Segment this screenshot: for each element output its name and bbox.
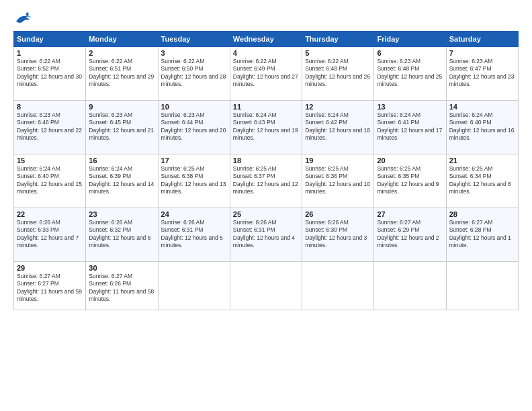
calendar-day: 13Sunrise: 6:24 AMSunset: 6:41 PMDayligh… [374,101,446,154]
calendar-day: 17Sunrise: 6:25 AMSunset: 6:38 PMDayligh… [158,154,230,208]
calendar-day: 11Sunrise: 6:24 AMSunset: 6:43 PMDayligh… [230,101,302,154]
header [13,11,519,26]
weekday-header: Tuesday [158,32,230,47]
weekday-header: Wednesday [230,32,302,47]
page: SundayMondayTuesdayWednesdayThursdayFrid… [0,0,532,411]
day-info: Sunrise: 6:25 AMSunset: 6:34 PMDaylight:… [449,165,515,196]
day-info: Sunrise: 6:27 AMSunset: 6:29 PMDaylight:… [377,219,443,250]
calendar-body: 1Sunrise: 6:22 AMSunset: 6:52 PMDaylight… [14,47,519,310]
day-number: 14 [449,103,515,111]
calendar-week-row: 15Sunrise: 6:24 AMSunset: 6:40 PMDayligh… [14,154,519,208]
day-info: Sunrise: 6:26 AMSunset: 6:32 PMDaylight:… [89,219,154,250]
day-info: Sunrise: 6:23 AMSunset: 6:48 PMDaylight:… [377,58,443,89]
calendar-day: 5Sunrise: 6:22 AMSunset: 6:48 PMDaylight… [302,47,374,101]
day-number: 29 [17,264,83,272]
calendar-day [230,262,302,310]
calendar-day: 8Sunrise: 6:23 AMSunset: 6:46 PMDaylight… [14,101,86,154]
day-number: 9 [89,103,154,111]
day-info: Sunrise: 6:26 AMSunset: 6:33 PMDaylight:… [17,219,83,250]
day-info: Sunrise: 6:27 AMSunset: 6:27 PMDaylight:… [17,273,83,304]
day-number: 19 [305,156,371,165]
day-number: 4 [233,49,299,57]
calendar-day: 18Sunrise: 6:25 AMSunset: 6:37 PMDayligh… [230,154,302,208]
day-number: 15 [17,156,83,165]
day-number: 5 [305,49,371,57]
calendar-header: SundayMondayTuesdayWednesdayThursdayFrid… [14,32,519,47]
calendar-day: 29Sunrise: 6:27 AMSunset: 6:27 PMDayligh… [14,262,86,310]
day-number: 11 [233,103,299,111]
day-info: Sunrise: 6:22 AMSunset: 6:48 PMDaylight:… [305,58,371,89]
calendar-day: 7Sunrise: 6:23 AMSunset: 6:47 PMDaylight… [446,47,518,101]
calendar-day: 16Sunrise: 6:24 AMSunset: 6:39 PMDayligh… [86,154,158,208]
day-number: 2 [89,49,154,57]
weekday-header: Sunday [14,32,86,47]
weekday-header: Monday [86,32,158,47]
day-info: Sunrise: 6:23 AMSunset: 6:47 PMDaylight:… [449,58,515,89]
day-number: 28 [449,210,515,218]
day-number: 10 [161,103,227,111]
day-info: Sunrise: 6:26 AMSunset: 6:31 PMDaylight:… [161,219,227,250]
day-info: Sunrise: 6:26 AMSunset: 6:31 PMDaylight:… [233,219,299,250]
calendar-day: 10Sunrise: 6:23 AMSunset: 6:44 PMDayligh… [158,101,230,154]
calendar-day: 3Sunrise: 6:22 AMSunset: 6:50 PMDaylight… [158,47,230,101]
weekday-header: Thursday [302,32,374,47]
day-info: Sunrise: 6:23 AMSunset: 6:46 PMDaylight:… [17,111,83,142]
calendar-day [158,262,230,310]
day-number: 26 [305,210,371,218]
calendar-week-row: 22Sunrise: 6:26 AMSunset: 6:33 PMDayligh… [14,208,519,262]
day-number: 21 [449,156,515,165]
day-info: Sunrise: 6:24 AMSunset: 6:40 PMDaylight:… [449,111,515,142]
logo-icon [13,11,32,26]
day-number: 22 [17,210,83,218]
calendar-day: 4Sunrise: 6:22 AMSunset: 6:49 PMDaylight… [230,47,302,101]
day-info: Sunrise: 6:24 AMSunset: 6:40 PMDaylight:… [17,165,83,196]
calendar-day: 28Sunrise: 6:27 AMSunset: 6:28 PMDayligh… [446,208,518,262]
calendar-week-row: 1Sunrise: 6:22 AMSunset: 6:52 PMDaylight… [14,47,519,101]
calendar-day: 27Sunrise: 6:27 AMSunset: 6:29 PMDayligh… [374,208,446,262]
calendar-day: 20Sunrise: 6:25 AMSunset: 6:35 PMDayligh… [374,154,446,208]
day-info: Sunrise: 6:22 AMSunset: 6:52 PMDaylight:… [17,58,83,89]
day-info: Sunrise: 6:24 AMSunset: 6:42 PMDaylight:… [305,111,371,142]
calendar-day: 22Sunrise: 6:26 AMSunset: 6:33 PMDayligh… [14,208,86,262]
day-number: 24 [161,210,227,218]
day-number: 20 [377,156,443,165]
day-info: Sunrise: 6:25 AMSunset: 6:36 PMDaylight:… [305,165,371,196]
day-number: 18 [233,156,299,165]
day-number: 16 [89,156,154,165]
day-info: Sunrise: 6:24 AMSunset: 6:41 PMDaylight:… [377,111,443,142]
day-number: 25 [233,210,299,218]
day-info: Sunrise: 6:22 AMSunset: 6:50 PMDaylight:… [161,58,227,89]
calendar-day [302,262,374,310]
calendar-day [374,262,446,310]
calendar-day: 6Sunrise: 6:23 AMSunset: 6:48 PMDaylight… [374,47,446,101]
day-info: Sunrise: 6:25 AMSunset: 6:35 PMDaylight:… [377,165,443,196]
calendar-day: 21Sunrise: 6:25 AMSunset: 6:34 PMDayligh… [446,154,518,208]
day-number: 13 [377,103,443,111]
weekday-header: Saturday [446,32,518,47]
calendar-day: 14Sunrise: 6:24 AMSunset: 6:40 PMDayligh… [446,101,518,154]
calendar-day: 15Sunrise: 6:24 AMSunset: 6:40 PMDayligh… [14,154,86,208]
day-number: 17 [161,156,227,165]
calendar-week-row: 29Sunrise: 6:27 AMSunset: 6:27 PMDayligh… [14,262,519,310]
day-number: 30 [89,264,154,272]
calendar-day: 23Sunrise: 6:26 AMSunset: 6:32 PMDayligh… [86,208,158,262]
calendar-day: 26Sunrise: 6:26 AMSunset: 6:30 PMDayligh… [302,208,374,262]
day-info: Sunrise: 6:25 AMSunset: 6:37 PMDaylight:… [233,165,299,196]
day-info: Sunrise: 6:24 AMSunset: 6:43 PMDaylight:… [233,111,299,142]
day-info: Sunrise: 6:23 AMSunset: 6:45 PMDaylight:… [89,111,154,142]
calendar-day: 30Sunrise: 6:27 AMSunset: 6:26 PMDayligh… [86,262,158,310]
calendar: SundayMondayTuesdayWednesdayThursdayFrid… [13,31,519,310]
day-info: Sunrise: 6:22 AMSunset: 6:51 PMDaylight:… [89,58,154,89]
calendar-day: 2Sunrise: 6:22 AMSunset: 6:51 PMDaylight… [86,47,158,101]
day-info: Sunrise: 6:23 AMSunset: 6:44 PMDaylight:… [161,111,227,142]
day-info: Sunrise: 6:24 AMSunset: 6:39 PMDaylight:… [89,165,154,196]
day-number: 3 [161,49,227,57]
day-number: 23 [89,210,154,218]
calendar-day: 12Sunrise: 6:24 AMSunset: 6:42 PMDayligh… [302,101,374,154]
calendar-day: 9Sunrise: 6:23 AMSunset: 6:45 PMDaylight… [86,101,158,154]
day-number: 8 [17,103,83,111]
day-info: Sunrise: 6:26 AMSunset: 6:30 PMDaylight:… [305,219,371,250]
calendar-day: 19Sunrise: 6:25 AMSunset: 6:36 PMDayligh… [302,154,374,208]
calendar-day: 1Sunrise: 6:22 AMSunset: 6:52 PMDaylight… [14,47,86,101]
day-number: 12 [305,103,371,111]
